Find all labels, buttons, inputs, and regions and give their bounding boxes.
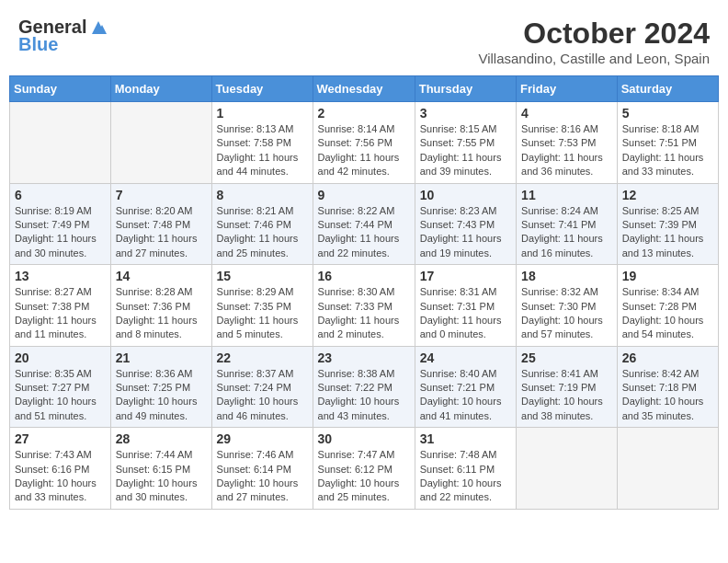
day-number: 5 bbox=[622, 106, 713, 121]
day-number: 3 bbox=[420, 106, 511, 121]
calendar-cell: 22Sunrise: 8:37 AM Sunset: 7:24 PM Dayli… bbox=[211, 346, 313, 428]
weekday-header-tuesday: Tuesday bbox=[211, 76, 313, 102]
logo: General Blue bbox=[18, 17, 108, 55]
calendar-cell: 13Sunrise: 8:27 AM Sunset: 7:38 PM Dayli… bbox=[10, 265, 111, 347]
day-info: Sunrise: 8:35 AM Sunset: 7:27 PM Dayligh… bbox=[15, 367, 106, 424]
day-info: Sunrise: 8:19 AM Sunset: 7:49 PM Dayligh… bbox=[15, 204, 106, 261]
day-number: 20 bbox=[15, 350, 106, 365]
calendar-table: SundayMondayTuesdayWednesdayThursdayFrid… bbox=[9, 75, 719, 510]
calendar-cell: 11Sunrise: 8:24 AM Sunset: 7:41 PM Dayli… bbox=[517, 183, 618, 265]
day-number: 13 bbox=[15, 269, 106, 283]
calendar-cell: 28Sunrise: 7:44 AM Sunset: 6:15 PM Dayli… bbox=[110, 428, 211, 510]
calendar-cell: 23Sunrise: 8:38 AM Sunset: 7:22 PM Dayli… bbox=[313, 346, 415, 428]
day-number: 27 bbox=[15, 431, 106, 446]
calendar-cell: 19Sunrise: 8:34 AM Sunset: 7:28 PM Dayli… bbox=[617, 265, 718, 347]
calendar-cell: 15Sunrise: 8:29 AM Sunset: 7:35 PM Dayli… bbox=[211, 265, 313, 347]
day-number: 22 bbox=[217, 350, 308, 365]
calendar-cell: 7Sunrise: 8:20 AM Sunset: 7:48 PM Daylig… bbox=[110, 183, 211, 265]
day-info: Sunrise: 8:31 AM Sunset: 7:31 PM Dayligh… bbox=[420, 285, 511, 342]
day-info: Sunrise: 7:46 AM Sunset: 6:14 PM Dayligh… bbox=[217, 448, 308, 505]
day-number: 26 bbox=[622, 350, 713, 365]
calendar-cell: 12Sunrise: 8:25 AM Sunset: 7:39 PM Dayli… bbox=[617, 183, 718, 265]
calendar-week-row: 1Sunrise: 8:13 AM Sunset: 7:58 PM Daylig… bbox=[10, 102, 719, 184]
day-info: Sunrise: 8:37 AM Sunset: 7:24 PM Dayligh… bbox=[217, 367, 308, 424]
day-number: 2 bbox=[318, 106, 410, 121]
weekday-header-sunday: Sunday bbox=[10, 76, 111, 102]
day-number: 7 bbox=[116, 188, 207, 202]
calendar-cell: 16Sunrise: 8:30 AM Sunset: 7:33 PM Dayli… bbox=[313, 265, 415, 347]
day-number: 4 bbox=[521, 106, 612, 121]
calendar-cell: 1Sunrise: 8:13 AM Sunset: 7:58 PM Daylig… bbox=[211, 102, 313, 184]
day-info: Sunrise: 8:23 AM Sunset: 7:43 PM Dayligh… bbox=[420, 204, 511, 261]
day-number: 1 bbox=[217, 106, 308, 121]
calendar-cell: 24Sunrise: 8:40 AM Sunset: 7:21 PM Dayli… bbox=[415, 346, 516, 428]
calendar-cell: 27Sunrise: 7:43 AM Sunset: 6:16 PM Dayli… bbox=[10, 428, 111, 510]
day-number: 10 bbox=[420, 188, 511, 202]
day-info: Sunrise: 8:34 AM Sunset: 7:28 PM Dayligh… bbox=[622, 285, 713, 342]
day-info: Sunrise: 8:40 AM Sunset: 7:21 PM Dayligh… bbox=[420, 367, 511, 424]
day-number: 9 bbox=[318, 188, 410, 202]
day-info: Sunrise: 8:36 AM Sunset: 7:25 PM Dayligh… bbox=[116, 367, 207, 424]
calendar-week-row: 13Sunrise: 8:27 AM Sunset: 7:38 PM Dayli… bbox=[10, 265, 719, 347]
day-number: 15 bbox=[217, 269, 308, 283]
day-info: Sunrise: 8:24 AM Sunset: 7:41 PM Dayligh… bbox=[521, 204, 612, 261]
day-info: Sunrise: 8:27 AM Sunset: 7:38 PM Dayligh… bbox=[15, 285, 106, 342]
day-info: Sunrise: 8:13 AM Sunset: 7:58 PM Dayligh… bbox=[217, 122, 308, 179]
calendar-cell: 29Sunrise: 7:46 AM Sunset: 6:14 PM Dayli… bbox=[211, 428, 313, 510]
day-info: Sunrise: 7:48 AM Sunset: 6:11 PM Dayligh… bbox=[420, 448, 511, 505]
day-info: Sunrise: 7:44 AM Sunset: 6:15 PM Dayligh… bbox=[116, 448, 207, 505]
calendar-week-row: 6Sunrise: 8:19 AM Sunset: 7:49 PM Daylig… bbox=[10, 183, 719, 265]
calendar-cell: 20Sunrise: 8:35 AM Sunset: 7:27 PM Dayli… bbox=[10, 346, 111, 428]
day-info: Sunrise: 8:28 AM Sunset: 7:36 PM Dayligh… bbox=[116, 285, 207, 342]
calendar-cell: 6Sunrise: 8:19 AM Sunset: 7:49 PM Daylig… bbox=[10, 183, 111, 265]
logo-blue-text: Blue bbox=[18, 34, 58, 55]
day-info: Sunrise: 8:42 AM Sunset: 7:18 PM Dayligh… bbox=[622, 367, 713, 424]
day-number: 6 bbox=[15, 188, 106, 202]
day-number: 11 bbox=[521, 188, 612, 202]
calendar-week-row: 20Sunrise: 8:35 AM Sunset: 7:27 PM Dayli… bbox=[10, 346, 719, 428]
day-info: Sunrise: 8:15 AM Sunset: 7:55 PM Dayligh… bbox=[420, 122, 511, 179]
calendar-cell bbox=[10, 102, 111, 184]
calendar-cell bbox=[617, 428, 718, 510]
day-number: 31 bbox=[420, 431, 511, 446]
day-info: Sunrise: 8:14 AM Sunset: 7:56 PM Dayligh… bbox=[318, 122, 410, 179]
weekday-header-thursday: Thursday bbox=[415, 76, 516, 102]
day-info: Sunrise: 8:21 AM Sunset: 7:46 PM Dayligh… bbox=[217, 204, 308, 261]
day-info: Sunrise: 8:30 AM Sunset: 7:33 PM Dayligh… bbox=[318, 285, 410, 342]
calendar-cell: 2Sunrise: 8:14 AM Sunset: 7:56 PM Daylig… bbox=[313, 102, 415, 184]
calendar-cell: 8Sunrise: 8:21 AM Sunset: 7:46 PM Daylig… bbox=[211, 183, 313, 265]
day-info: Sunrise: 8:22 AM Sunset: 7:44 PM Dayligh… bbox=[318, 204, 410, 261]
day-number: 29 bbox=[217, 431, 308, 446]
calendar-cell: 4Sunrise: 8:16 AM Sunset: 7:53 PM Daylig… bbox=[517, 102, 618, 184]
day-info: Sunrise: 8:38 AM Sunset: 7:22 PM Dayligh… bbox=[318, 367, 410, 424]
month-title: October 2024 bbox=[478, 17, 710, 51]
day-info: Sunrise: 8:32 AM Sunset: 7:30 PM Dayligh… bbox=[521, 285, 612, 342]
day-info: Sunrise: 8:41 AM Sunset: 7:19 PM Dayligh… bbox=[521, 367, 612, 424]
calendar-cell: 26Sunrise: 8:42 AM Sunset: 7:18 PM Dayli… bbox=[617, 346, 718, 428]
day-number: 8 bbox=[217, 188, 308, 202]
day-info: Sunrise: 8:20 AM Sunset: 7:48 PM Dayligh… bbox=[116, 204, 207, 261]
logo-icon bbox=[88, 17, 108, 38]
calendar-cell: 5Sunrise: 8:18 AM Sunset: 7:51 PM Daylig… bbox=[617, 102, 718, 184]
day-info: Sunrise: 7:47 AM Sunset: 6:12 PM Dayligh… bbox=[318, 448, 410, 505]
day-number: 16 bbox=[318, 269, 410, 283]
day-number: 25 bbox=[521, 350, 612, 365]
calendar-cell: 31Sunrise: 7:48 AM Sunset: 6:11 PM Dayli… bbox=[415, 428, 516, 510]
day-number: 30 bbox=[318, 431, 410, 446]
calendar-cell: 3Sunrise: 8:15 AM Sunset: 7:55 PM Daylig… bbox=[415, 102, 516, 184]
day-number: 23 bbox=[318, 350, 410, 365]
weekday-header-row: SundayMondayTuesdayWednesdayThursdayFrid… bbox=[10, 76, 719, 102]
day-number: 12 bbox=[622, 188, 713, 202]
calendar-cell: 21Sunrise: 8:36 AM Sunset: 7:25 PM Dayli… bbox=[110, 346, 211, 428]
day-info: Sunrise: 8:18 AM Sunset: 7:51 PM Dayligh… bbox=[622, 122, 713, 179]
day-info: Sunrise: 8:29 AM Sunset: 7:35 PM Dayligh… bbox=[217, 285, 308, 342]
calendar-cell: 30Sunrise: 7:47 AM Sunset: 6:12 PM Dayli… bbox=[313, 428, 415, 510]
calendar-cell: 10Sunrise: 8:23 AM Sunset: 7:43 PM Dayli… bbox=[415, 183, 516, 265]
page-header: General Blue October 2024 Villasandino, … bbox=[9, 9, 719, 70]
weekday-header-monday: Monday bbox=[110, 76, 211, 102]
day-number: 17 bbox=[420, 269, 511, 283]
calendar-cell bbox=[110, 102, 211, 184]
day-info: Sunrise: 8:16 AM Sunset: 7:53 PM Dayligh… bbox=[521, 122, 612, 179]
weekday-header-saturday: Saturday bbox=[617, 76, 718, 102]
calendar-week-row: 27Sunrise: 7:43 AM Sunset: 6:16 PM Dayli… bbox=[10, 428, 719, 510]
